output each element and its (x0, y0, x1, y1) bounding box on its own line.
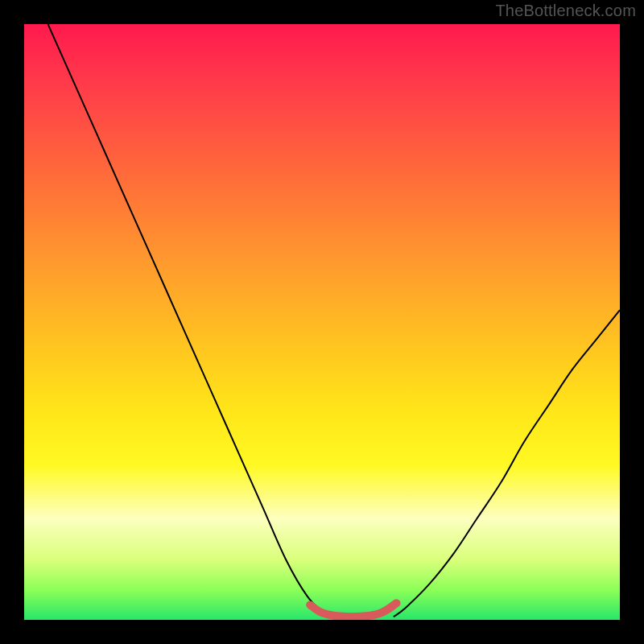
curve-svg (24, 24, 620, 620)
plot-area (24, 24, 620, 620)
right-curve (394, 310, 620, 617)
left-curve (48, 24, 334, 617)
chart-frame: TheBottleneck.com (0, 0, 644, 644)
watermark-text: TheBottleneck.com (495, 2, 636, 20)
trough-highlight (310, 603, 396, 617)
